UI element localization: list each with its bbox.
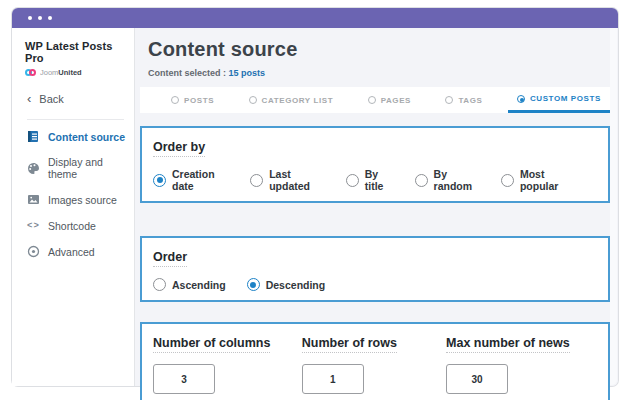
- tab-pages[interactable]: PAGES: [359, 87, 420, 113]
- sidebar-item-advanced[interactable]: Advanced: [27, 245, 134, 258]
- app-window: WP Latest Posts Pro JoomUnited ‹ Back Co…: [12, 8, 618, 386]
- content-source-icon: [27, 130, 40, 143]
- window-dot-icon: [38, 16, 42, 20]
- max-number-of-news-input[interactable]: [446, 364, 508, 394]
- palette-icon: [27, 162, 40, 175]
- chevron-left-icon: ‹: [27, 91, 31, 106]
- content-selected-status: Content selected : 15 posts: [148, 68, 610, 78]
- sidebar-item-content-source[interactable]: Content source: [27, 130, 134, 143]
- radio-icon: [501, 174, 514, 187]
- radio-icon: [368, 96, 376, 104]
- selected-count-link[interactable]: 15 posts: [229, 68, 266, 78]
- orderby-by-title-radio[interactable]: By title: [346, 168, 394, 192]
- number-of-rows-field: Number of rows: [302, 333, 446, 394]
- sidebar-item-images-source[interactable]: Images source: [27, 193, 134, 206]
- number-of-columns-input[interactable]: [153, 364, 215, 394]
- grid-settings-fields: Number of columns Number of rows Max num…: [153, 333, 597, 394]
- main-panel: Content source Content selected : 15 pos…: [135, 28, 618, 386]
- max-number-of-news-label: Max number of news: [446, 336, 570, 353]
- sidebar-item-shortcode[interactable]: <> Shortcode: [27, 219, 134, 232]
- radio-icon: [250, 174, 263, 187]
- tab-label: CUSTOM POSTS: [530, 94, 601, 103]
- order-by-section: Order by Creation date Last updated By t…: [140, 126, 610, 203]
- orderby-creation-date-radio[interactable]: Creation date: [153, 168, 229, 192]
- tab-tags[interactable]: TAGS: [436, 87, 491, 113]
- back-button[interactable]: ‹ Back: [27, 91, 134, 106]
- sidebar-divider: [27, 119, 124, 120]
- tab-label: TAGS: [458, 96, 482, 105]
- orderby-by-random-radio[interactable]: By random: [415, 168, 480, 192]
- tab-category-list[interactable]: CATEGORY LIST: [240, 87, 343, 113]
- joomunited-logo: JoomUnited: [25, 68, 134, 77]
- order-section: Order Ascending Descending: [140, 236, 610, 302]
- tab-label: POSTS: [184, 96, 214, 105]
- orderby-most-popular-radio[interactable]: Most popular: [501, 168, 576, 192]
- number-of-columns-label: Number of columns: [153, 336, 270, 353]
- tab-posts[interactable]: POSTS: [162, 87, 223, 113]
- radio-icon: [415, 174, 428, 187]
- order-by-options: Creation date Last updated By title By r…: [153, 168, 597, 192]
- order-descending-radio[interactable]: Descending: [247, 278, 326, 291]
- radio-selected-icon: [247, 278, 260, 291]
- image-icon: [27, 193, 40, 206]
- tab-custom-posts[interactable]: CUSTOM POSTS: [508, 87, 610, 113]
- sidebar-item-label: Shortcode: [48, 220, 96, 232]
- radio-icon: [445, 96, 453, 104]
- window-titlebar: [12, 8, 618, 28]
- tab-label: CATEGORY LIST: [262, 96, 334, 105]
- radio-selected-icon: [153, 174, 166, 187]
- radio-icon: [346, 174, 359, 187]
- radio-icon: [249, 96, 257, 104]
- sidebar: WP Latest Posts Pro JoomUnited ‹ Back Co…: [12, 28, 135, 386]
- sidebar-item-label: Images source: [48, 194, 117, 206]
- grid-settings-section: Number of columns Number of rows Max num…: [140, 322, 610, 400]
- tab-label: PAGES: [381, 96, 411, 105]
- window-dot-icon: [28, 16, 32, 20]
- order-title: Order: [153, 250, 187, 267]
- brand-text: JoomUnited: [40, 68, 82, 77]
- selected-label: Content selected :: [148, 68, 226, 78]
- window-dot-icon: [48, 16, 52, 20]
- number-of-columns-field: Number of columns: [153, 333, 302, 394]
- sidebar-item-label: Advanced: [48, 246, 95, 258]
- target-circle-icon: [27, 245, 40, 258]
- radio-selected-icon: [517, 95, 525, 103]
- code-brackets-icon: <>: [27, 219, 40, 232]
- max-number-of-news-field: Max number of news: [446, 333, 597, 394]
- order-by-title: Order by: [153, 140, 205, 157]
- order-options: Ascending Descending: [153, 278, 597, 291]
- plugin-title: WP Latest Posts Pro: [25, 40, 134, 64]
- radio-icon: [153, 278, 166, 291]
- number-of-rows-label: Number of rows: [302, 336, 397, 353]
- sidebar-item-label: Display and theme: [48, 156, 134, 180]
- sidebar-item-label: Content source: [48, 131, 125, 143]
- order-ascending-radio[interactable]: Ascending: [153, 278, 226, 291]
- sidebar-item-display-theme[interactable]: Display and theme: [27, 156, 134, 180]
- source-tabbar: POSTS CATEGORY LIST PAGES TAGS CUSTOM PO…: [140, 87, 610, 113]
- number-of-rows-input[interactable]: [302, 364, 364, 394]
- radio-icon: [171, 96, 179, 104]
- back-label: Back: [39, 93, 63, 105]
- page-title: Content source: [148, 38, 610, 61]
- scrollbar-track[interactable]: [610, 28, 617, 385]
- logo-ring-pink-icon: [29, 69, 36, 76]
- orderby-last-updated-radio[interactable]: Last updated: [250, 168, 325, 192]
